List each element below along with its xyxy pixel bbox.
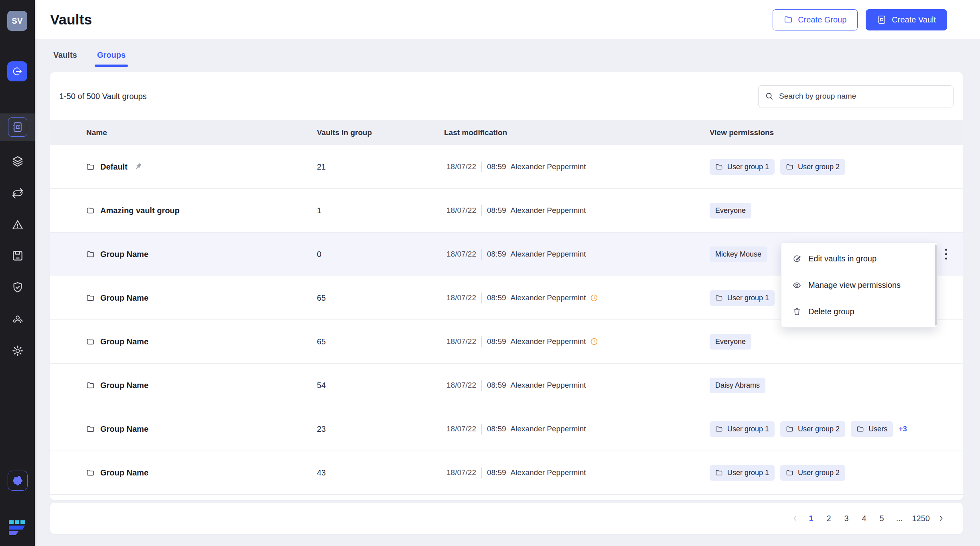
- create-group-button[interactable]: Create Group: [773, 9, 858, 30]
- trash-icon: [792, 307, 801, 316]
- puzzle-icon: [12, 475, 23, 486]
- avatar[interactable]: SV: [7, 11, 27, 31]
- folder-icon: [715, 469, 723, 477]
- sidebar-item-security[interactable]: [12, 281, 24, 293]
- permission-chip-label: Everyone: [715, 206, 746, 215]
- page-5[interactable]: 5: [875, 513, 889, 524]
- folder-icon: [86, 469, 95, 477]
- tab-vaults[interactable]: Vaults: [53, 51, 77, 67]
- folder-icon: [784, 15, 793, 24]
- sidebar-item-layers[interactable]: [12, 155, 24, 167]
- gear-icon: [12, 345, 24, 357]
- folder-icon: [715, 163, 723, 171]
- vaults-count: 65: [317, 337, 326, 346]
- clock-icon: [590, 338, 598, 346]
- sidebar-item-alerts[interactable]: [12, 219, 24, 231]
- permission-chip: User group 1: [710, 465, 775, 481]
- extensions-button[interactable]: [8, 471, 28, 491]
- pin-icon: [133, 162, 143, 172]
- folder-icon: [86, 250, 95, 259]
- page-4[interactable]: 4: [857, 513, 871, 524]
- vault-icon: [8, 117, 27, 137]
- permission-chips: User group 1 User group 2: [710, 159, 845, 175]
- divider: [481, 162, 482, 172]
- folder-icon: [86, 163, 95, 171]
- brand-logo: [9, 520, 27, 535]
- modification-user: Alexander Peppermint: [511, 468, 586, 477]
- page-3[interactable]: 3: [840, 513, 854, 524]
- modification-date: 18/07/22: [446, 468, 476, 477]
- folder-icon: [86, 425, 95, 433]
- modification-date: 18/07/22: [446, 337, 476, 346]
- chevron-right-icon: [938, 515, 944, 522]
- modification-user: Alexander Peppermint: [511, 293, 586, 302]
- folder-icon: [86, 206, 95, 215]
- sidebar-item-vaults-active[interactable]: [0, 113, 35, 141]
- modification-date: 18/07/22: [446, 250, 476, 259]
- permission-chip: User group 2: [780, 465, 845, 481]
- permission-chip-label: User group 1: [727, 469, 769, 477]
- permission-chips: Mickey Mouse: [710, 247, 767, 262]
- menu-item-edit-vaults[interactable]: Edit vaults in group: [781, 245, 937, 272]
- page-header: Vaults Create Group: [35, 0, 980, 39]
- folder-icon: [86, 294, 95, 302]
- permission-chip-label: Daisy Abrams: [715, 381, 760, 390]
- modification-user: Alexander Peppermint: [511, 250, 586, 259]
- folder-icon: [786, 163, 793, 171]
- table-row[interactable]: Group Name 43 18/07/22 08:59 Alexander P…: [50, 451, 963, 494]
- table-row[interactable]: Group Name 23 18/07/22 08:59 Alexander P…: [50, 407, 963, 451]
- permission-chip: User group 1: [710, 159, 775, 175]
- divider: [481, 467, 482, 478]
- modification-user: Alexander Peppermint: [511, 337, 586, 346]
- table-row[interactable]: Default 21 18/07/22 08:59 Alexander Pepp…: [50, 145, 963, 188]
- modification-date: 18/07/22: [446, 206, 476, 215]
- menu-item-delete-group[interactable]: Delete group: [781, 298, 937, 325]
- layers-icon: [12, 155, 24, 167]
- next-page-button[interactable]: [935, 515, 947, 522]
- row-actions-kebab[interactable]: [943, 247, 949, 262]
- app-window: SV: [0, 0, 980, 546]
- modification-time: 08:59: [487, 293, 506, 302]
- previous-page-button[interactable]: [789, 515, 801, 522]
- modification-time: 08:59: [487, 337, 506, 346]
- result-count: 1-50 of 500 Vault groups: [59, 92, 147, 101]
- group-name: Amazing vault group: [100, 206, 180, 215]
- logout-icon: [12, 66, 22, 77]
- permission-chip: User group 2: [780, 159, 845, 175]
- permission-chips: User group 1 User group 2: [710, 465, 845, 481]
- permission-chips: Daisy Abrams: [710, 378, 765, 393]
- search-input[interactable]: [778, 91, 947, 101]
- sidebar-item-archive[interactable]: [12, 250, 24, 262]
- menu-item-manage-permissions[interactable]: Manage view permissions: [781, 272, 937, 298]
- page-1[interactable]: 1: [804, 513, 818, 524]
- modification-user: Alexander Peppermint: [511, 162, 586, 171]
- divider: [481, 249, 482, 260]
- table-row[interactable]: Amazing vault group 1 18/07/22 08:59 Ale…: [50, 188, 963, 232]
- permission-chips: Everyone: [710, 334, 751, 350]
- row-context-menu: Edit vaults in group Manage view permiss…: [781, 243, 937, 328]
- folder-icon: [786, 425, 793, 433]
- sidebar-item-settings[interactable]: [12, 345, 24, 357]
- logout-button[interactable]: [7, 61, 27, 81]
- modification-date: 18/07/22: [446, 293, 476, 302]
- menu-scrollbar[interactable]: [935, 245, 937, 326]
- table-row[interactable]: Group Name 54 18/07/22 08:59 Alexander P…: [50, 363, 963, 407]
- permission-chip-label: User group 1: [727, 425, 769, 433]
- modification-date: 18/07/22: [446, 425, 476, 433]
- create-vault-button[interactable]: Create Vault: [866, 9, 947, 30]
- page-1250[interactable]: 1250: [910, 513, 932, 524]
- vault-icon: [877, 15, 887, 24]
- sidebar-item-sync[interactable]: [12, 187, 24, 199]
- column-last-modification: Last modification: [444, 128, 710, 137]
- permission-chip-label: Everyone: [715, 338, 746, 346]
- divider: [481, 336, 482, 347]
- permission-chip: User group 2: [780, 421, 845, 437]
- tab-groups[interactable]: Groups: [97, 51, 126, 67]
- more-permissions-count[interactable]: +3: [899, 425, 907, 433]
- page-2[interactable]: 2: [822, 513, 836, 524]
- partial-row: [50, 494, 963, 500]
- permission-chip-label: User group 1: [727, 163, 769, 171]
- modification-user: Alexander Peppermint: [511, 381, 586, 390]
- modification-date: 18/07/22: [446, 162, 476, 171]
- sidebar-item-users[interactable]: [12, 313, 24, 325]
